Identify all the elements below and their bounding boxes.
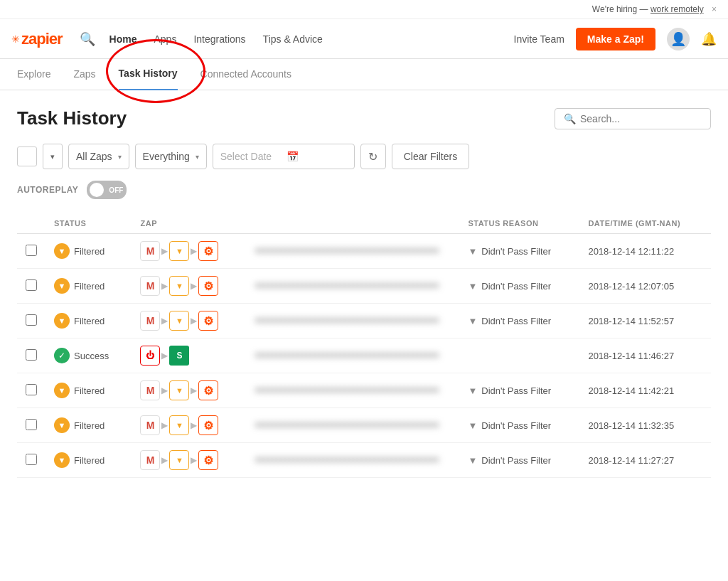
all-zaps-filter[interactable]: All Zaps ▾ [68,144,129,169]
task-table: STATUS ZAP STATUS REASON DATE/TIME (GMT-… [17,213,711,478]
filter-app-icon: ▼ [169,380,189,400]
row-checkbox[interactable] [26,279,37,291]
datetime-cell: 2018-12-14 11:46:27 [588,351,674,361]
datetime-cell: 2018-12-14 11:27:27 [588,455,674,466]
arrow-icon: ▶ [191,281,197,291]
table-row: ▼FilteredM▶▼▶⚙xxxxxxxxxxxxxxxxxxxxxxxxxx… [17,304,711,339]
status-reason: ▼Didn't Pass Filter [468,246,571,257]
invite-team-link[interactable]: Invite Team [514,33,564,45]
blurred-zap-details[interactable]: xxxxxxxxxxxxxxxxxxxxxxxxxxxxxxxxxxxxxxxx… [255,315,439,325]
status-badge: ▼Filtered [54,243,123,259]
sub-nav-connected-accounts[interactable]: Connected Accounts [200,59,291,90]
zap-icons: M▶▼▶⚙ [140,311,237,331]
col-zap: ZAP [132,213,246,234]
row-checkbox[interactable] [26,314,37,326]
gmail-icon: M [140,241,160,261]
autoreplay-row: AUTOREPLAY OFF [17,181,711,199]
logo-star-icon: ✳ [11,33,20,45]
bulk-action-chevron[interactable]: ▾ [43,144,63,169]
datetime-cell: 2018-12-14 12:11:22 [588,246,674,257]
status-icon-filtered: ▼ [54,417,70,433]
bell-icon[interactable]: 🔔 [701,31,717,47]
nav-integrations[interactable]: Integrations [193,33,245,45]
arrow-icon: ▶ [161,246,168,256]
work-remotely-link[interactable]: work remotely [651,4,704,14]
sub-nav: Explore Zaps Task History Connected Acco… [0,59,728,90]
toggle-off-label: OFF [109,186,123,194]
search-input[interactable] [580,113,702,124]
zap-icons: M▶▼▶⚙ [140,380,237,400]
select-date-label: Select Date [220,151,281,162]
nav-apps[interactable]: Apps [154,33,177,45]
everything-filter[interactable]: Everything ▾ [135,144,207,169]
gmail-icon: M [140,311,160,331]
autoreplay-toggle[interactable]: OFF [87,181,127,199]
zapier-icon: ⚙ [198,276,218,296]
sub-nav-task-history[interactable]: Task History [119,59,178,90]
row-checkbox[interactable] [26,454,37,465]
status-icon-filtered: ▼ [54,383,70,398]
task-history-tab-wrapper: Task History [119,59,178,90]
status-badge: ▼Filtered [54,313,123,329]
arrow-icon: ▶ [161,385,168,395]
filter-app-icon: ▼ [169,415,189,435]
status-text: Filtered [74,385,105,396]
logo-text: zapier [21,30,63,48]
refresh-button[interactable]: ↻ [360,144,386,169]
autoreplay-label: AUTOREPLAY [17,185,78,195]
status-badge: ▼Filtered [54,452,123,468]
blurred-zap-details[interactable]: xxxxxxxxxxxxxxxxxxxxxxxxxxxxxxxxxxxxxxxx… [255,454,439,464]
arrow-icon: ▶ [191,246,197,256]
row-checkbox[interactable] [26,349,37,361]
search-icon[interactable]: 🔍 [80,31,95,47]
arrow-icon: ▶ [191,420,197,430]
zap-icons: ⏻▶S [140,346,237,366]
status-badge: ▼Filtered [54,383,123,398]
close-hiring-bar[interactable]: × [712,4,717,14]
table-row: ▼FilteredM▶▼▶⚙xxxxxxxxxxxxxxxxxxxxxxxxxx… [17,373,711,408]
table-row: ✓Success⏻▶Sxxxxxxxxxxxxxxxxxxxxxxxxxxxxx… [17,339,711,373]
blurred-zap-details[interactable]: xxxxxxxxxxxxxxxxxxxxxxxxxxxxxxxxxxxxxxxx… [255,350,439,360]
blurred-zap-details[interactable]: xxxxxxxxxxxxxxxxxxxxxxxxxxxxxxxxxxxxxxxx… [255,280,439,290]
col-datetime: DATE/TIME (GMT-NAN) [579,213,711,234]
hiring-text: We're hiring — [592,4,651,14]
blurred-zap-details[interactable]: xxxxxxxxxxxxxxxxxxxxxxxxxxxxxxxxxxxxxxxx… [255,385,439,395]
status-badge: ▼Filtered [54,278,123,294]
page-title: Task History [17,107,127,129]
logo[interactable]: ✳ zapier [11,30,63,48]
select-all-checkbox[interactable] [17,146,37,166]
clear-filters-button[interactable]: Clear Filters [392,144,469,169]
sub-nav-explore[interactable]: Explore [17,59,50,90]
avatar[interactable]: 👤 [667,28,690,50]
zap-icons: M▶▼▶⚙ [140,450,237,470]
calendar-icon: 📅 [287,151,347,162]
arrow-icon: ▶ [161,420,168,430]
nav-tips[interactable]: Tips & Advice [263,33,323,45]
zap-icons: M▶▼▶⚙ [140,415,237,435]
row-checkbox[interactable] [26,419,37,430]
status-text: Success [74,351,109,361]
sheets-icon: S [169,346,189,366]
zapier-icon: ⚙ [198,450,218,470]
datetime-cell: 2018-12-14 12:07:05 [588,281,674,292]
status-text: Filtered [74,455,105,466]
blurred-zap-details[interactable]: xxxxxxxxxxxxxxxxxxxxxxxxxxxxxxxxxxxxxxxx… [255,245,439,255]
datetime-cell: 2018-12-14 11:52:57 [588,316,674,326]
make-zap-button[interactable]: Make a Zap! [576,28,655,50]
row-checkbox[interactable] [26,245,37,256]
page-header: Task History 🔍 [17,107,711,129]
table-header-row: STATUS ZAP STATUS REASON DATE/TIME (GMT-… [17,213,711,234]
sub-nav-zaps[interactable]: Zaps [73,59,95,90]
blurred-zap-details[interactable]: xxxxxxxxxxxxxxxxxxxxxxxxxxxxxxxxxxxxxxxx… [255,420,439,430]
row-checkbox[interactable] [26,384,37,395]
status-badge: ▼Filtered [54,417,123,433]
arrow-icon: ▶ [191,385,197,395]
main-nav: ✳ zapier 🔍 Home Apps Integrations Tips &… [0,19,728,59]
filter-row: ▾ All Zaps ▾ Everything ▾ Select Date 📅 … [17,144,711,169]
arrow-icon: ▶ [191,455,197,465]
date-filter[interactable]: Select Date 📅 [213,144,355,169]
arrow-icon: ▶ [161,455,168,465]
nav-home[interactable]: Home [109,33,137,45]
status-reason: ▼Didn't Pass Filter [468,281,571,292]
arrow-icon: ▶ [191,316,197,326]
